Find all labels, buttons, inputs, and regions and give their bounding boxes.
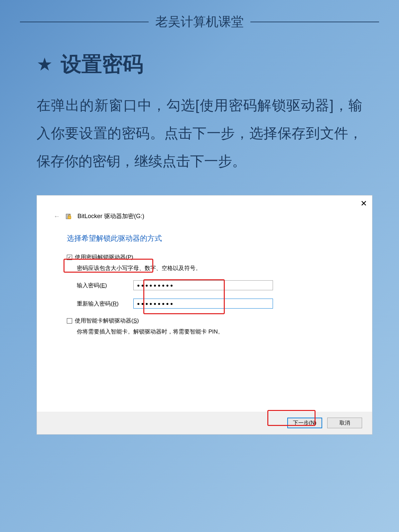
close-button[interactable]: ✕ [360,199,367,208]
smartcard-helper-text: 你将需要插入智能卡。解锁驱动器时，将需要智能卡 PIN。 [77,328,342,335]
smartcard-option-label: 使用智能卡解锁驱动器(S) [75,317,139,325]
smartcard-checkbox[interactable] [67,318,72,324]
main-content: ★ 设置密码 在弹出的新窗口中，勾选[使用密码解锁驱动器]，输入你要设置的密码。… [0,40,399,445]
dialog-footer: 下一步(N) 取消 [37,412,372,434]
cancel-button[interactable]: 取消 [327,418,362,428]
next-button[interactable]: 下一步(N) [287,418,322,428]
star-icon: ★ [37,54,53,75]
back-arrow-icon[interactable]: ← [54,212,60,220]
password-helper-text: 密码应该包含大小写字母、数字、空格以及符号。 [77,264,342,272]
divider-line-right [250,22,379,22]
password-option-row[interactable]: ✓ 使用密码解锁驱动器(P) [67,253,342,261]
section-title-text: 设置密码 [61,50,143,78]
section-title: ★ 设置密码 [37,50,362,78]
password-checkbox[interactable]: ✓ [67,255,72,260]
description-text: 在弹出的新窗口中，勾选[使用密码解锁驱动器]，输入你要设置的密码。点击下一步，选… [37,91,362,175]
dialog-header: ← BitLocker 驱动器加密(G:) [37,196,372,230]
dialog-body: 选择希望解锁此驱动器的方式 ✓ 使用密码解锁驱动器(P) 密码应该包含大小写字母… [37,230,372,347]
password-input[interactable]: ●●●●●●●●● [133,280,273,290]
confirm-password-input-label: 重新输入密码(R) [77,300,133,308]
dialog-subtitle: 选择希望解锁此驱动器的方式 [67,233,342,243]
header-title: 老吴计算机课堂 [155,13,244,30]
confirm-password-input-row: 重新输入密码(R) ●●●●●●●●● [77,299,342,309]
password-option-label: 使用密码解锁驱动器(P) [75,253,133,261]
bitlocker-lock-icon [65,212,72,220]
smartcard-option-row[interactable]: 使用智能卡解锁驱动器(S) [67,317,342,325]
dialog-title: BitLocker 驱动器加密(G:) [77,212,144,220]
password-input-label: 输入密码(E) [77,282,133,289]
confirm-password-input[interactable]: ●●●●●●●●● [133,299,273,309]
password-input-row: 输入密码(E) ●●●●●●●●● [77,280,342,290]
page-header: 老吴计算机课堂 [0,0,399,40]
divider-line-left [20,22,149,22]
bitlocker-dialog: ✕ ← BitLocker 驱动器加密(G:) 选择希望解锁此驱动器的方式 ✓ … [37,195,372,435]
svg-rect-1 [68,216,71,219]
